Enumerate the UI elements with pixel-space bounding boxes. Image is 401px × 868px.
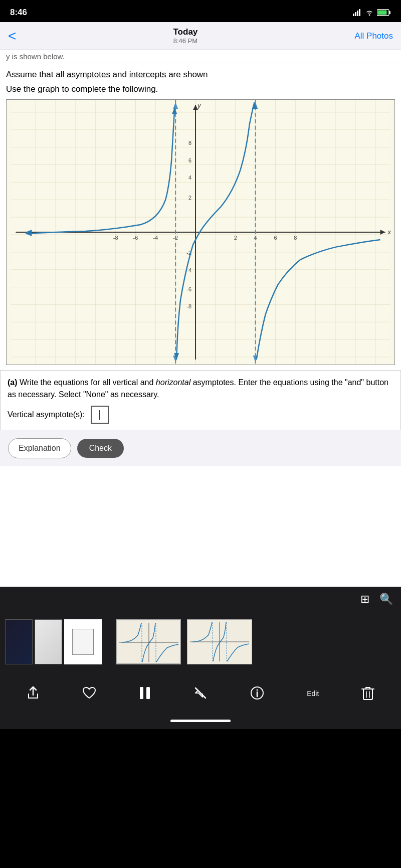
trash-button[interactable]	[361, 685, 374, 701]
svg-text:-6: -6	[186, 286, 191, 292]
edit-button[interactable]: Edit	[307, 688, 319, 698]
svg-text:2: 2	[188, 195, 191, 201]
signal-icon	[353, 9, 362, 16]
svg-text:-6: -6	[133, 234, 138, 240]
svg-rect-7	[378, 10, 387, 15]
svg-text:4: 4	[188, 175, 191, 181]
edit-label: Edit	[307, 689, 319, 698]
thumbnail-graph-1[interactable]	[116, 619, 181, 664]
problem-area: Assume that all asymptotes and intercept…	[0, 63, 401, 94]
intercepts-link[interactable]: intercepts	[129, 70, 166, 79]
input-cursor: |	[98, 409, 101, 420]
problem-instruction: Use the graph to complete the following.	[6, 84, 395, 94]
answer-question: (a) Write the equations for all vertical…	[8, 377, 393, 401]
nav-back-button[interactable]: <	[8, 29, 16, 43]
nav-bar: < Today 8:46 PM All Photos	[0, 22, 401, 50]
share-button[interactable]	[27, 686, 40, 700]
status-icons	[353, 9, 391, 16]
svg-rect-3	[359, 9, 360, 16]
svg-text:-8: -8	[186, 303, 191, 309]
home-bar	[170, 720, 231, 722]
status-time: 8:46	[10, 8, 27, 18]
svg-rect-0	[353, 14, 354, 16]
assume-mid: and	[110, 70, 129, 79]
svg-text:2: 2	[234, 234, 237, 240]
answer-row: Vertical asymptote(s): |	[8, 406, 393, 424]
battery-icon	[377, 9, 391, 16]
check-button[interactable]: Check	[77, 439, 124, 458]
svg-text:-8: -8	[113, 234, 118, 240]
svg-rect-91	[363, 689, 372, 700]
grid-view-icon[interactable]: ⊞	[360, 593, 369, 606]
thumbnail-strip	[0, 612, 401, 672]
svg-rect-1	[355, 12, 356, 16]
status-bar: 8:46	[0, 0, 401, 22]
thumbnail-3[interactable]	[64, 619, 102, 664]
thumbnail-1[interactable]	[5, 619, 33, 664]
explanation-button[interactable]: Explanation	[8, 438, 71, 458]
svg-rect-6	[389, 11, 391, 14]
nav-title: Today	[173, 27, 198, 37]
svg-point-4	[369, 14, 370, 16]
thumbnail-graph-2[interactable]	[187, 619, 252, 664]
svg-text:8: 8	[188, 139, 191, 145]
svg-text:6: 6	[188, 157, 191, 163]
asymptotes-link[interactable]: asymptotes	[67, 70, 110, 79]
svg-point-90	[257, 689, 258, 691]
partial-text-content: y is shown below.	[6, 52, 65, 61]
svg-text:x: x	[387, 228, 391, 235]
question-text: Write the equations for all vertical and…	[8, 378, 388, 399]
heart-button[interactable]	[82, 686, 96, 700]
nav-subtitle: 8:46 PM	[173, 37, 198, 45]
answer-section: (a) Write the equations for all vertical…	[0, 370, 401, 430]
vertical-input[interactable]: |	[91, 406, 109, 424]
assume-text-prefix: Assume that all	[6, 70, 67, 79]
graph-svg: x y -8 -6 -4 -2 2 4 6 8 8 6 4 2 -2 -4	[7, 100, 394, 365]
home-indicator	[0, 712, 401, 729]
question-part: (a)	[8, 378, 18, 387]
nav-center: Today 8:46 PM	[173, 27, 198, 45]
svg-rect-85	[140, 687, 143, 699]
buttons-row: Explanation Check	[0, 430, 401, 466]
svg-text:6: 6	[274, 234, 277, 240]
svg-text:8: 8	[294, 234, 297, 240]
all-photos-button[interactable]: All Photos	[354, 31, 393, 41]
problem-header: Assume that all asymptotes and intercept…	[6, 68, 395, 81]
graph-container: x y -8 -6 -4 -2 2 4 6 8 8 6 4 2 -2 -4	[6, 99, 395, 365]
action-bar: Edit	[0, 672, 401, 712]
svg-rect-86	[146, 687, 150, 699]
photo-area: y is shown below. Assume that all asympt…	[0, 50, 401, 587]
mute-button[interactable]	[193, 686, 208, 700]
svg-text:-4: -4	[153, 234, 158, 240]
assume-suffix: are shown	[166, 70, 208, 79]
thumbnail-2[interactable]	[35, 619, 62, 664]
info-button[interactable]	[250, 686, 264, 700]
partial-text: y is shown below.	[0, 50, 401, 63]
search-icon[interactable]: 🔍	[379, 593, 393, 606]
pause-button[interactable]	[139, 686, 151, 700]
photo-toolbar: ⊞ 🔍	[0, 587, 401, 612]
vertical-label: Vertical asymptote(s):	[8, 410, 85, 419]
wifi-icon	[365, 9, 374, 16]
svg-rect-2	[357, 11, 358, 16]
